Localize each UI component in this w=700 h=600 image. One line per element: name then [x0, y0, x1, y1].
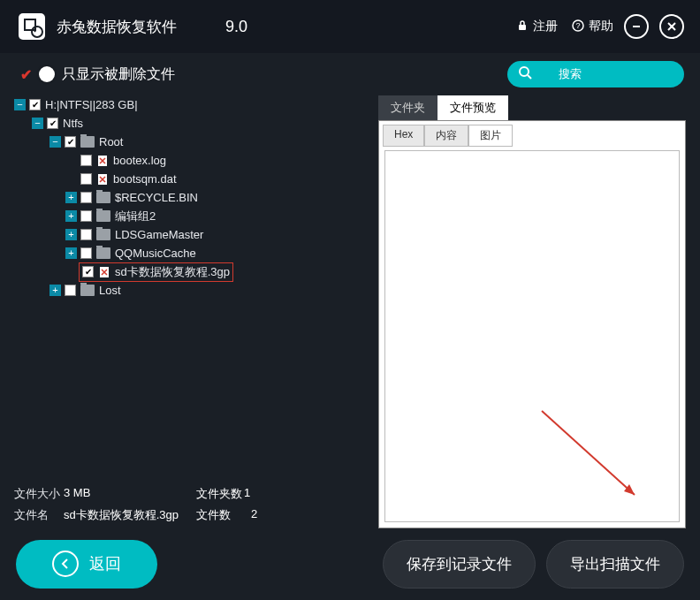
check-icon: ✔	[16, 65, 35, 84]
preview-area	[384, 150, 680, 522]
tree-label: Root	[99, 135, 123, 148]
tree-row-folder[interactable]: + 编辑组2	[14, 207, 368, 225]
tree-row-folder[interactable]: + Lost	[14, 281, 368, 300]
tree-row-folder[interactable]: + QQMusicCache	[14, 244, 368, 262]
expand-icon[interactable]: +	[65, 229, 77, 240]
help-label: 帮助	[589, 19, 613, 34]
subtab-content[interactable]: 内容	[424, 125, 468, 147]
svg-text:?: ?	[575, 21, 580, 30]
tree-label: $RECYCLE.BIN	[115, 191, 198, 204]
folders-label: 文件夹数	[196, 486, 244, 502]
minimize-button[interactable]	[624, 14, 649, 39]
expand-icon[interactable]: +	[49, 285, 61, 296]
tree-row-file[interactable]: bootex.log	[14, 151, 368, 170]
tree-label: LDSGameMaster	[115, 228, 203, 241]
folder-icon	[96, 229, 110, 240]
search-input[interactable]: 搜索	[507, 61, 684, 87]
register-button[interactable]: 注册	[516, 19, 558, 34]
checkbox[interactable]	[80, 210, 92, 222]
folder-icon	[80, 136, 95, 148]
expand-icon[interactable]: +	[65, 210, 77, 222]
back-label: 返回	[89, 553, 121, 574]
checkbox[interactable]	[80, 229, 92, 240]
register-label: 注册	[533, 19, 558, 34]
collapse-icon[interactable]: −	[32, 118, 43, 129]
svg-rect-2	[519, 25, 526, 30]
folders-value: 1	[244, 486, 250, 502]
checkbox[interactable]	[65, 285, 76, 296]
stats-panel: 文件大小 3 MB 文件夹数 1 文件名 sd卡数据恢复教程.3gp 文件数 2	[14, 477, 368, 528]
tab-folder[interactable]: 文件夹	[378, 95, 438, 120]
svg-marker-14	[624, 484, 635, 495]
bottom-bar: 返回 保存到记录文件 导出扫描文件	[0, 528, 700, 599]
checkbox[interactable]	[29, 99, 41, 110]
tree-label: sd卡数据恢复教程.3gp	[115, 264, 230, 280]
tree-row-folder[interactable]: + LDSGameMaster	[14, 225, 368, 244]
tree-row-ntfs[interactable]: − Ntfs	[14, 114, 368, 133]
tree-label: bootsqm.dat	[113, 172, 177, 186]
subtab-image[interactable]: 图片	[468, 125, 513, 147]
left-panel: − H:|NTFS||283 GB| − Ntfs − Root bootex.…	[14, 95, 368, 528]
subtab-hex[interactable]: Hex	[383, 125, 424, 147]
preview-panel: Hex 内容 图片	[378, 120, 686, 528]
tree-row-folder[interactable]: + $RECYCLE.BIN	[14, 188, 368, 207]
collapse-icon[interactable]: −	[49, 136, 61, 148]
file-icon	[96, 173, 109, 186]
tree-label: Lost	[99, 284, 121, 297]
checkbox[interactable]	[80, 247, 92, 259]
deleted-only-toggle[interactable]: ✔ 只显示被删除文件	[16, 65, 175, 84]
checkbox[interactable]	[80, 173, 92, 185]
lock-icon	[516, 19, 529, 34]
svg-line-9	[528, 75, 531, 79]
search-icon	[518, 65, 532, 83]
tree-label: H:|NTFS||283 GB|	[45, 98, 138, 111]
tree-row-selected-file[interactable]: sd卡数据恢复教程.3gp	[14, 262, 368, 281]
checkbox[interactable]	[82, 266, 94, 277]
collapse-icon[interactable]: −	[14, 99, 26, 110]
folder-icon	[96, 247, 110, 259]
file-tree: − H:|NTFS||283 GB| − Ntfs − Root bootex.…	[14, 95, 368, 477]
tree-row-file[interactable]: bootsqm.dat	[14, 170, 368, 188]
checkbox[interactable]	[65, 136, 76, 148]
tree-row-drive[interactable]: − H:|NTFS||283 GB|	[14, 95, 368, 114]
checkbox[interactable]	[47, 118, 58, 129]
search-placeholder: 搜索	[559, 66, 582, 82]
folder-icon	[96, 192, 110, 203]
files-value: 2	[251, 507, 257, 523]
tree-label: QQMusicCache	[115, 247, 196, 260]
checkbox[interactable]	[80, 155, 92, 166]
back-arrow-icon	[52, 551, 79, 577]
export-scan-button[interactable]: 导出扫描文件	[546, 540, 684, 589]
name-label: 文件名	[14, 507, 64, 523]
help-icon: ?	[572, 19, 584, 34]
tree-row-root[interactable]: − Root	[14, 133, 368, 151]
titlebar: 赤兔数据恢复软件 9.0 注册 ? 帮助	[0, 0, 700, 53]
expand-icon[interactable]: +	[65, 247, 77, 259]
app-logo-icon	[16, 11, 48, 42]
size-label: 文件大小	[14, 486, 64, 502]
toggle-knob	[39, 66, 55, 82]
checkbox[interactable]	[80, 192, 92, 203]
svg-point-8	[520, 67, 529, 76]
main-tabs: 文件夹 文件预览	[378, 95, 686, 120]
main-area: − H:|NTFS||283 GB| − Ntfs − Root bootex.…	[0, 95, 700, 528]
close-button[interactable]	[659, 14, 684, 39]
save-log-button[interactable]: 保存到记录文件	[383, 540, 536, 589]
deleted-only-label: 只显示被删除文件	[62, 65, 175, 84]
preview-subtabs: Hex 内容 图片	[379, 121, 685, 150]
tab-preview[interactable]: 文件预览	[438, 95, 508, 120]
file-icon	[98, 266, 110, 278]
right-panel: 文件夹 文件预览 Hex 内容 图片	[378, 95, 686, 528]
file-icon	[96, 155, 109, 167]
folder-icon	[96, 210, 110, 222]
expand-icon[interactable]: +	[65, 192, 77, 203]
back-button[interactable]: 返回	[16, 540, 157, 589]
files-label: 文件数	[196, 507, 244, 523]
app-title: 赤兔数据恢复软件	[57, 17, 177, 37]
tree-label: bootex.log	[113, 154, 166, 167]
app-version: 9.0	[225, 18, 247, 36]
name-value: sd卡数据恢复教程.3gp	[64, 507, 196, 523]
help-button[interactable]: ? 帮助	[572, 19, 613, 34]
toolbar: ✔ 只显示被删除文件 搜索	[0, 53, 700, 95]
tree-label: 编辑组2	[115, 209, 156, 224]
